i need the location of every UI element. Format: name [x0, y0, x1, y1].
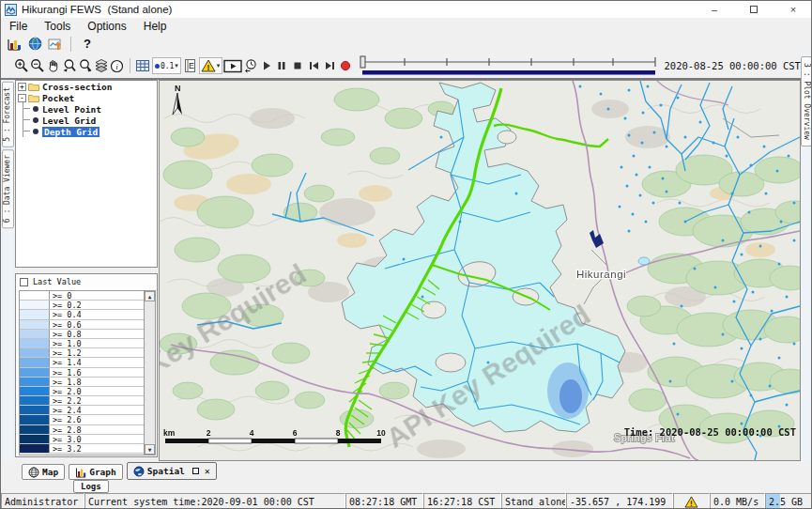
- status-warning[interactable]: !: [673, 493, 710, 509]
- tab-data-viewer[interactable]: 6 : Data Viewer: [2, 149, 14, 228]
- grid-display-button[interactable]: [135, 56, 151, 75]
- tree-item-level-grid[interactable]: Level Grid: [16, 115, 157, 126]
- legend-row: >= 1.8: [20, 378, 155, 387]
- time-slider-thumb[interactable]: [360, 56, 365, 68]
- tree-item-label: Level Point: [42, 104, 101, 115]
- time-span-bar: [362, 70, 655, 75]
- logs-button[interactable]: Logs: [73, 480, 109, 493]
- map-view[interactable]: API Key Required API Key Required Hikura…: [159, 80, 801, 461]
- warning-thresholds-dropdown[interactable]: ! ▾: [199, 57, 223, 74]
- tab-plot-overview[interactable]: 3 : Plot Overview: [801, 56, 812, 147]
- minimize-button[interactable]: –: [695, 1, 734, 18]
- legend-swatch: [20, 425, 50, 434]
- tree-item-label: Pocket: [42, 93, 74, 103]
- chart-arrow-icon: [48, 37, 63, 52]
- title-bar[interactable]: Hikurangi FEWS (Stand alone) – ×: [1, 1, 812, 18]
- map-toolbar: i 0.1 ▾ E ! ▾: [1, 54, 801, 78]
- go-to-start-button[interactable]: [306, 56, 322, 75]
- tree-item-depth-grid[interactable]: Depth Grid: [16, 126, 157, 137]
- spatial-display-button[interactable]: [45, 35, 66, 54]
- tab-graph[interactable]: Graph: [69, 464, 123, 480]
- time-slider[interactable]: [360, 54, 658, 77]
- info-button[interactable]: i: [109, 56, 125, 75]
- record-icon: [340, 60, 351, 71]
- scroll-down-icon[interactable]: ▼: [145, 444, 155, 455]
- node-bullet-icon: [33, 117, 38, 123]
- zoom-out-button[interactable]: [30, 56, 46, 75]
- menu-options[interactable]: Options: [79, 18, 134, 34]
- pan-button[interactable]: [46, 56, 62, 75]
- timer-button[interactable]: [242, 56, 258, 75]
- svg-text:10: 10: [376, 428, 386, 438]
- svg-text:8: 8: [336, 428, 341, 438]
- movie-player-icon: [223, 59, 242, 73]
- chevron-down-icon: ▾: [174, 62, 179, 69]
- legend-row: >= 2.6: [20, 415, 155, 424]
- contour-interval-dropdown[interactable]: 0.1 ▾: [152, 57, 181, 74]
- expand-icon[interactable]: +: [18, 83, 26, 91]
- go-to-end-button[interactable]: [322, 56, 338, 75]
- map-canvas[interactable]: API Key Required API Key Required Hikura…: [160, 81, 800, 460]
- tree-item-pocket[interactable]: - Pocket: [16, 92, 157, 103]
- data-explorer-button[interactable]: [4, 35, 24, 54]
- legend-panel-button[interactable]: E: [182, 56, 198, 75]
- record-button[interactable]: [338, 56, 354, 75]
- map-display-button[interactable]: [24, 35, 45, 54]
- stop-button[interactable]: [290, 56, 306, 75]
- legend-swatch: [20, 330, 50, 338]
- legend-swatch: [20, 444, 50, 453]
- status-user: Administrator: [1, 493, 84, 509]
- legend-swatch: [20, 415, 50, 424]
- pause-button[interactable]: [274, 56, 290, 75]
- town-label: Hikurangi: [576, 269, 626, 280]
- skip-end-icon: [324, 60, 336, 71]
- maximize-icon: [750, 6, 758, 13]
- menu-file[interactable]: File: [1, 18, 36, 34]
- svg-text:N: N: [175, 84, 181, 93]
- help-button[interactable]: ?: [76, 37, 99, 51]
- map-time-label: Time: 2020-08-25 00:00:00 CST: [624, 426, 796, 438]
- menu-tools[interactable]: Tools: [36, 18, 79, 34]
- zoom-in-icon: [14, 58, 29, 73]
- tab-forecast[interactable]: 5 : Forecast: [2, 82, 14, 147]
- maximize-panel-icon[interactable]: [192, 468, 199, 474]
- tree-item-label-selected: Depth Grid: [42, 127, 100, 137]
- animation-button[interactable]: [223, 56, 242, 75]
- last-value-label: Last Value: [33, 277, 81, 286]
- zoom-in-button[interactable]: [14, 56, 30, 75]
- close-panel-icon[interactable]: ✕: [205, 466, 210, 476]
- node-bullet-icon: [33, 129, 38, 134]
- tab-map[interactable]: Map: [22, 464, 65, 480]
- pause-icon: [276, 60, 287, 71]
- scroll-up-icon[interactable]: ▲: [145, 291, 155, 301]
- chevron-down-icon: ▾: [216, 62, 222, 69]
- tree-item-level-point[interactable]: Level Point: [16, 103, 157, 115]
- zoom-next-icon: [78, 58, 93, 73]
- layers-button[interactable]: [93, 56, 109, 75]
- stop-icon: [292, 60, 303, 71]
- small-lake: [638, 257, 650, 265]
- menu-help[interactable]: Help: [135, 18, 176, 34]
- zoom-previous-button[interactable]: [62, 56, 78, 75]
- globe-icon: [28, 37, 42, 51]
- timer-icon: [243, 58, 258, 73]
- tree-item-cross-section[interactable]: + Cross-section: [16, 81, 157, 92]
- legend-row: >= 1.6: [20, 368, 155, 378]
- maximize-button[interactable]: [734, 1, 774, 18]
- zoom-next-button[interactable]: [78, 56, 94, 75]
- tab-spatial[interactable]: Spatial ✕: [127, 462, 217, 480]
- tab-label: Spatial: [147, 466, 185, 476]
- bar-chart-icon: [7, 37, 22, 52]
- last-value-checkbox[interactable]: [20, 278, 28, 286]
- warning-icon: !: [201, 59, 216, 72]
- globe-icon: [28, 467, 39, 478]
- grid-icon: [135, 58, 150, 73]
- close-button[interactable]: ×: [774, 1, 812, 18]
- tree-item-label: Level Grid: [42, 116, 96, 126]
- play-button[interactable]: [258, 56, 274, 75]
- collapse-icon[interactable]: -: [18, 94, 26, 102]
- current-time-label: 2020-08-25 00:00:00 CST: [665, 60, 801, 71]
- play-icon: [261, 60, 272, 71]
- zoom-previous-icon: [62, 58, 77, 73]
- legend-scrollbar[interactable]: ▲ ▼: [144, 291, 155, 455]
